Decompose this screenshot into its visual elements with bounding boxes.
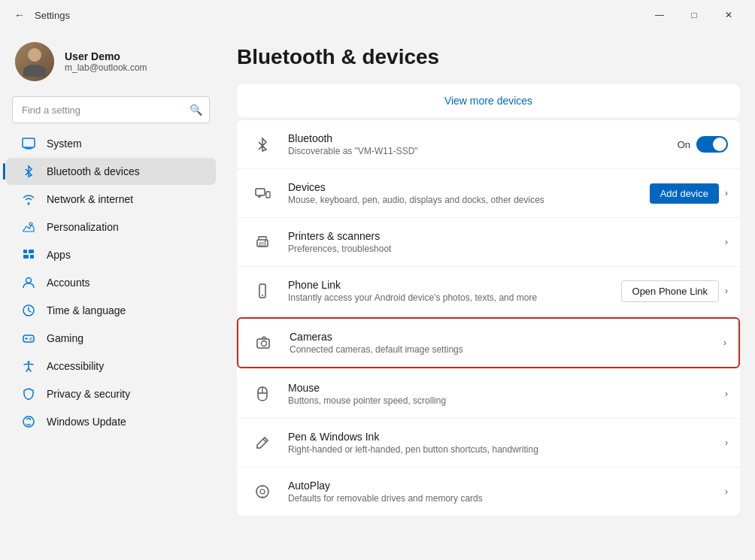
user-section: User Demo m_lab@outlook.com — [0, 30, 222, 93]
svg-point-14 — [32, 338, 33, 340]
sidebar-item-bluetooth[interactable]: Bluetooth & devices — [6, 158, 216, 185]
sidebar-item-privacy[interactable]: Privacy & security — [6, 380, 216, 407]
bluetooth-toggle-label: On — [678, 139, 690, 150]
search-box: 🔍 — [12, 96, 210, 123]
printers-setting-text: Printers & scanners Preferences, trouble… — [288, 230, 713, 254]
svg-point-9 — [26, 278, 32, 283]
window-controls: — □ ✕ — [642, 3, 746, 27]
bluetooth-action: On — [678, 136, 728, 153]
phone-setting-icon — [249, 277, 276, 304]
time-icon — [21, 303, 36, 318]
cameras-title: Cameras — [290, 331, 711, 343]
autoplay-desc: Defaults for removable drives and memory… — [288, 493, 713, 504]
search-input[interactable] — [12, 96, 210, 123]
apps-icon — [21, 247, 36, 262]
cameras-desc: Connected cameras, default image setting… — [290, 344, 711, 355]
printers-setting-row[interactable]: Printers & scanners Preferences, trouble… — [237, 218, 740, 267]
svg-point-26 — [262, 341, 267, 347]
user-info: User Demo m_lab@outlook.com — [65, 50, 147, 73]
mouse-desc: Buttons, mouse pointer speed, scrolling — [288, 395, 713, 406]
back-button[interactable]: ← — [9, 5, 30, 26]
cameras-action: › — [723, 338, 726, 348]
privacy-icon — [21, 386, 36, 401]
sidebar-item-update-label: Windows Update — [47, 416, 207, 428]
sidebar-item-accounts-label: Accounts — [47, 277, 207, 289]
network-icon — [21, 192, 36, 207]
svg-point-22 — [265, 241, 266, 242]
bluetooth-setting-row[interactable]: Bluetooth Discoverable as "VM-W11-SSD" O… — [237, 120, 740, 169]
svg-point-30 — [260, 489, 265, 494]
sidebar-item-accessibility-label: Accessibility — [47, 360, 207, 372]
phone-action: Open Phone Link › — [621, 280, 728, 302]
sidebar-item-gaming[interactable]: Gaming — [6, 325, 216, 352]
devices-chevron: › — [725, 188, 728, 198]
sidebar-item-apps[interactable]: Apps — [6, 241, 216, 268]
svg-point-29 — [256, 486, 268, 498]
svg-rect-8 — [30, 255, 34, 259]
devices-action: Add device › — [650, 183, 728, 204]
sidebar-item-system[interactable]: System — [6, 130, 216, 157]
svg-rect-18 — [256, 189, 265, 195]
mouse-setting-row[interactable]: Mouse Buttons, mouse pointer speed, scro… — [237, 370, 740, 419]
bluetooth-icon — [21, 164, 36, 179]
update-icon — [21, 414, 36, 429]
cameras-setting-row[interactable]: Cameras Connected cameras, default image… — [237, 317, 740, 368]
bluetooth-setting-icon — [249, 131, 276, 158]
close-button[interactable]: ✕ — [711, 3, 746, 27]
sidebar: User Demo m_lab@outlook.com 🔍 System — [0, 30, 222, 560]
autoplay-chevron: › — [725, 486, 728, 497]
avatar-image — [15, 42, 54, 81]
maximize-button[interactable]: □ — [677, 3, 711, 27]
add-device-button[interactable]: Add device — [650, 183, 719, 204]
gaming-icon — [21, 331, 36, 346]
sidebar-item-time[interactable]: Time & language — [6, 297, 216, 324]
svg-rect-7 — [23, 255, 29, 259]
phone-setting-row[interactable]: Phone Link Instantly access your Android… — [237, 267, 740, 316]
sidebar-item-system-label: System — [47, 138, 207, 150]
svg-point-4 — [29, 222, 32, 226]
phone-title: Phone Link — [288, 279, 609, 291]
cameras-chevron: › — [723, 338, 726, 348]
bluetooth-toggle[interactable] — [696, 136, 728, 153]
app-title: Settings — [35, 10, 642, 21]
sidebar-item-apps-label: Apps — [47, 249, 207, 261]
svg-point-24 — [262, 295, 263, 296]
accounts-icon — [21, 275, 36, 290]
autoplay-title: AutoPlay — [288, 480, 713, 492]
sidebar-item-accessibility[interactable]: Accessibility — [6, 353, 216, 380]
page-title: Bluetooth & devices — [237, 45, 740, 69]
cameras-setting-text: Cameras Connected cameras, default image… — [290, 331, 711, 355]
pen-setting-icon — [249, 429, 276, 456]
accessibility-icon — [21, 359, 36, 374]
bluetooth-title: Bluetooth — [288, 132, 666, 144]
devices-setting-text: Devices Mouse, keyboard, pen, audio, dis… — [288, 181, 638, 205]
devices-setting-icon — [249, 180, 276, 207]
printers-desc: Preferences, troubleshoot — [288, 244, 713, 254]
svg-rect-0 — [23, 138, 35, 147]
open-phone-button[interactable]: Open Phone Link — [621, 280, 719, 302]
printers-chevron: › — [725, 237, 728, 247]
devices-setting-row[interactable]: Devices Mouse, keyboard, pen, audio, dis… — [237, 169, 740, 218]
cameras-setting-icon — [250, 329, 277, 356]
svg-rect-21 — [259, 243, 265, 246]
autoplay-action: › — [725, 486, 728, 497]
sidebar-item-accounts[interactable]: Accounts — [6, 269, 216, 296]
bluetooth-desc: Discoverable as "VM-W11-SSD" — [288, 146, 666, 156]
sidebar-item-update[interactable]: Windows Update — [6, 408, 216, 435]
sidebar-item-personalization[interactable]: Personalization — [6, 213, 216, 241]
printers-action: › — [725, 237, 728, 247]
autoplay-setting-icon — [249, 478, 276, 505]
autoplay-setting-row[interactable]: AutoPlay Defaults for removable drives a… — [237, 468, 740, 516]
view-more-devices-button[interactable]: View more devices — [237, 84, 740, 117]
svg-rect-19 — [266, 192, 270, 198]
phone-setting-text: Phone Link Instantly access your Android… — [288, 279, 609, 303]
printers-title: Printers & scanners — [288, 230, 713, 242]
sidebar-item-network[interactable]: Network & internet — [6, 186, 216, 213]
pen-setting-row[interactable]: Pen & Windows Ink Right-handed or left-h… — [237, 419, 740, 468]
autoplay-setting-text: AutoPlay Defaults for removable drives a… — [288, 480, 713, 504]
devices-desc: Mouse, keyboard, pen, audio, displays an… — [288, 195, 638, 205]
sidebar-item-personalization-label: Personalization — [47, 221, 207, 233]
minimize-button[interactable]: — — [642, 3, 677, 27]
pen-setting-text: Pen & Windows Ink Right-handed or left-h… — [288, 431, 713, 455]
sidebar-item-bluetooth-label: Bluetooth & devices — [47, 165, 207, 177]
